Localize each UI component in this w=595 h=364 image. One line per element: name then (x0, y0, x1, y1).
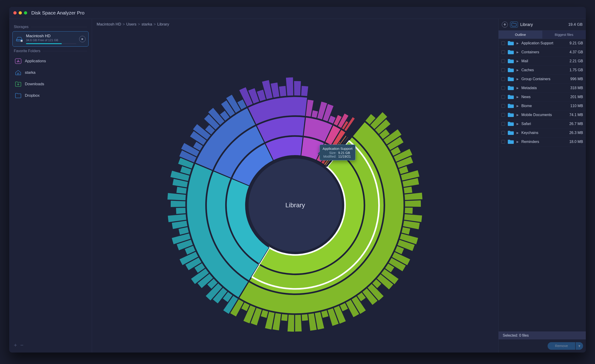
sunburst-segment[interactable] (295, 315, 302, 332)
folder-icon (507, 103, 514, 109)
file-name: Mobile Documents (521, 113, 567, 117)
select-checkbox[interactable] (501, 140, 505, 144)
details-total-size: 19.4 GB (568, 22, 583, 27)
disclosure-triangle-icon[interactable]: ▶ (517, 77, 519, 81)
breadcrumb-segment[interactable]: starka (142, 22, 152, 27)
favorite-label: Dropbox (25, 93, 40, 98)
sunburst-segment[interactable] (176, 207, 186, 214)
sunburst-segment[interactable] (403, 186, 412, 194)
disclosure-triangle-icon[interactable]: ▶ (517, 86, 519, 90)
disclosure-triangle-icon[interactable]: ▶ (517, 95, 519, 99)
sunburst-segment[interactable] (287, 314, 294, 332)
file-row[interactable]: ▶ Safari 26.7 MB (499, 119, 586, 129)
select-checkbox[interactable] (501, 77, 505, 81)
current-folder-icon (510, 22, 518, 27)
file-row[interactable]: ▶ Mail 2.21 GB (499, 57, 586, 66)
sunburst-segment[interactable] (404, 207, 413, 214)
file-name: Caches (521, 68, 567, 72)
file-name: Safari (521, 122, 567, 126)
disclosure-triangle-icon[interactable]: ▶ (517, 122, 519, 125)
zoom-window-button[interactable] (24, 11, 27, 14)
file-row[interactable]: ▶ News 201 MB (499, 93, 586, 102)
file-row[interactable]: ▶ Keychains 26.3 MB (499, 129, 586, 137)
select-checkbox[interactable] (501, 86, 505, 90)
app-title: Disk Space Analyzer Pro (31, 10, 85, 16)
storage-card-macintosh-hd[interactable]: Macintosh HD 34.6 GB Free of 121 GB (12, 31, 89, 47)
folder-icon (507, 58, 514, 64)
disclosure-triangle-icon[interactable]: ▶ (517, 104, 519, 108)
breadcrumb-segment[interactable]: Users (126, 22, 136, 27)
favorite-item[interactable]: Dropbox (12, 90, 89, 101)
svg-rect-2 (15, 59, 21, 64)
sunburst-segment[interactable] (176, 187, 187, 194)
disclosure-triangle-icon[interactable]: ▶ (517, 69, 519, 72)
file-size: 1.75 GB (569, 68, 583, 72)
file-size: 110 MB (570, 104, 583, 108)
folder-icon (507, 67, 514, 73)
favorite-label: Downloads (25, 82, 44, 86)
select-checkbox[interactable] (501, 50, 505, 54)
favorite-label: starka (25, 70, 35, 75)
select-checkbox[interactable] (501, 41, 505, 45)
scan-button[interactable] (79, 36, 85, 42)
disclosure-triangle-icon[interactable]: ▶ (517, 113, 519, 117)
disclosure-triangle-icon[interactable]: ▶ (517, 60, 519, 63)
folder-icon (507, 85, 514, 91)
file-size: 2.21 GB (569, 59, 583, 63)
sunburst-chart[interactable] (116, 48, 474, 352)
favorite-item[interactable]: starka (12, 67, 89, 78)
remove-dropdown-icon[interactable]: ▾ (576, 342, 583, 350)
folder-icon (15, 93, 22, 99)
select-checkbox[interactable] (501, 131, 505, 135)
file-row[interactable]: ▶ Metadata 318 MB (499, 84, 586, 93)
file-row[interactable]: ▶ Caches 1.75 GB (499, 66, 586, 75)
select-checkbox[interactable] (501, 59, 505, 63)
file-row[interactable]: ▶ Mobile Documents 74.1 MB (499, 110, 586, 119)
breadcrumb-segment[interactable]: Macintosh HD (97, 22, 121, 27)
folder-icon (507, 121, 514, 127)
sunburst-segment[interactable] (294, 81, 301, 96)
file-list[interactable]: ▶ Application Support 9.21 GB ▶ Containe… (499, 39, 586, 331)
select-checkbox[interactable] (501, 95, 505, 99)
sunburst-segment[interactable] (301, 314, 308, 321)
add-favorite-button[interactable]: + (14, 342, 17, 348)
disclosure-triangle-icon[interactable]: ▶ (517, 131, 519, 134)
breadcrumb-segment[interactable]: Library (157, 22, 169, 27)
sunburst-segment[interactable] (281, 314, 288, 321)
sunburst-segment[interactable] (170, 200, 186, 207)
close-window-button[interactable] (13, 11, 17, 14)
tab-biggest-files[interactable]: Biggest files (542, 31, 586, 39)
favorite-item[interactable]: Applications (12, 55, 89, 67)
file-row[interactable]: ▶ Reminders 18.0 MB (499, 137, 586, 146)
disclosure-triangle-icon[interactable]: ▶ (517, 41, 519, 45)
select-checkbox[interactable] (501, 68, 505, 72)
breadcrumb: Macintosh HD>Users>starka>Library (92, 19, 498, 27)
select-checkbox[interactable] (501, 104, 505, 108)
file-row[interactable]: ▶ Group Containers 996 MB (499, 75, 586, 84)
file-row[interactable]: ▶ Application Support 9.21 GB (499, 39, 586, 48)
file-name: Containers (521, 50, 567, 54)
folder-icon (507, 49, 514, 55)
remove-favorite-button[interactable]: − (20, 342, 23, 348)
disclosure-triangle-icon[interactable]: ▶ (517, 51, 519, 54)
select-checkbox[interactable] (501, 122, 505, 126)
go-up-button[interactable] (502, 22, 508, 27)
details-title: Library (520, 22, 566, 27)
favorite-item[interactable]: Downloads (12, 78, 89, 90)
sunburst-segment[interactable] (301, 86, 309, 96)
home-icon (15, 70, 22, 76)
sunburst-segment[interactable] (279, 86, 286, 97)
file-row[interactable]: ▶ Containers 4.37 GB (499, 48, 586, 57)
disclosure-triangle-icon[interactable]: ▶ (517, 140, 519, 143)
tab-outline[interactable]: Outline (499, 31, 542, 39)
storage-subtitle: 34.6 GB Free of 121 GB (26, 38, 76, 42)
remove-button[interactable]: Remove ▾ (548, 342, 583, 350)
folder-icon (507, 130, 514, 136)
select-checkbox[interactable] (501, 113, 505, 117)
file-size: 18.0 MB (569, 140, 583, 144)
folder-icon (507, 41, 514, 46)
sunburst-segment[interactable] (285, 77, 293, 96)
sunburst-segment[interactable] (405, 200, 421, 207)
file-row[interactable]: ▶ Biome 110 MB (499, 102, 586, 110)
minimize-window-button[interactable] (19, 11, 22, 14)
